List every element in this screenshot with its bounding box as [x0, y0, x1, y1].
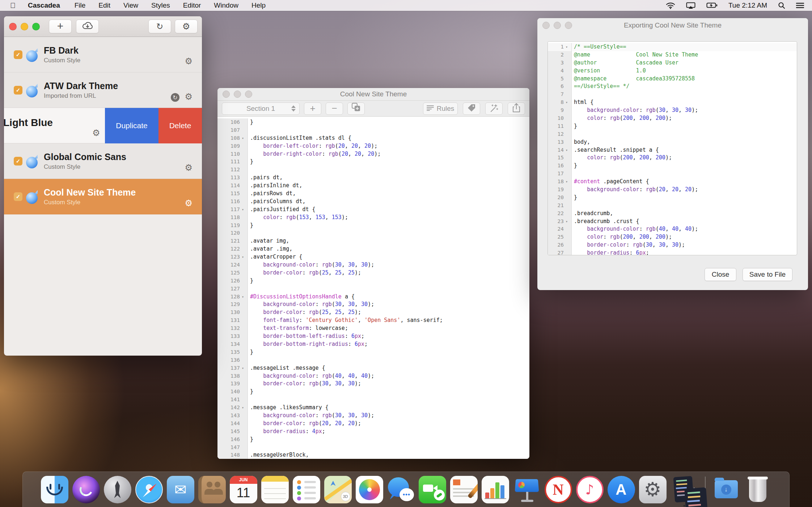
- code-line[interactable]: 13body,: [548, 138, 797, 146]
- code-line[interactable]: 12: [548, 130, 797, 138]
- menu-file[interactable]: File: [75, 1, 86, 9]
- code-line[interactable]: 109 border-left-color: rgb(20, 20, 20);: [217, 142, 529, 150]
- code-line[interactable]: 22.breadcrumb,: [548, 210, 797, 218]
- style-enabled-checkbox[interactable]: ✓: [14, 86, 22, 95]
- code-line[interactable]: 106}: [217, 118, 529, 126]
- menu-clock[interactable]: Tue 2:12 AM: [728, 1, 767, 9]
- code-line[interactable]: 131 font-family: 'Century Gothic', 'Open…: [217, 317, 529, 324]
- add-style-button[interactable]: +: [49, 20, 72, 33]
- refresh-styles-button[interactable]: ↻: [148, 20, 171, 33]
- numbers-icon[interactable]: [482, 476, 509, 503]
- style-row-global-comic-sans[interactable]: ✓ Global Comic Sans Custom Style ⚙: [4, 143, 202, 179]
- code-line[interactable]: 19 background-color: rgb(20, 20, 20);: [548, 186, 797, 194]
- keynote-icon[interactable]: [513, 476, 541, 503]
- maps-icon[interactable]: 3D: [324, 476, 352, 503]
- menu-editor[interactable]: Editor: [183, 1, 201, 9]
- code-line[interactable]: 113.pairs dt,: [217, 174, 529, 182]
- code-line[interactable]: 112: [217, 166, 529, 174]
- css-code-editor[interactable]: 106}107 108▾.discussionListItem .stats d…: [217, 117, 529, 459]
- facetime-icon[interactable]: [419, 476, 446, 503]
- mail-icon[interactable]: ✉: [167, 476, 194, 503]
- style-settings-gear-icon[interactable]: ⚙: [92, 128, 100, 138]
- code-line[interactable]: 138 background-color: rgb(40, 40, 40);: [217, 372, 529, 380]
- contacts-icon[interactable]: [198, 476, 226, 503]
- code-line[interactable]: 129 background-color: rgb(30, 30, 30);: [217, 301, 529, 309]
- menu-window[interactable]: Window: [214, 1, 238, 9]
- code-line[interactable]: 140}: [217, 388, 529, 396]
- code-line[interactable]: 119}: [217, 222, 529, 230]
- editor-titlebar[interactable]: Cool New Site Theme: [217, 88, 529, 101]
- code-line[interactable]: 11}: [548, 122, 797, 130]
- close-button[interactable]: Close: [705, 268, 736, 281]
- code-line[interactable]: 9 background-color: rgb(30, 30, 30);: [548, 106, 797, 114]
- code-line[interactable]: 18▾#content .pageContent {: [548, 178, 797, 186]
- netflix-icon[interactable]: N: [545, 476, 572, 503]
- code-line[interactable]: 108▾.discussionListItem .stats dl {: [217, 134, 529, 142]
- code-line[interactable]: 147: [217, 444, 529, 452]
- delete-style-button[interactable]: Delete: [158, 108, 202, 143]
- code-line[interactable]: 143 background-color: rgb(30, 30, 30);: [217, 412, 529, 420]
- magic-wand-button[interactable]: [485, 102, 503, 115]
- code-line[interactable]: 4@version 1.0: [548, 67, 797, 75]
- apple-menu-icon[interactable]: : [10, 1, 16, 10]
- code-line[interactable]: 6==/UserStyle== */: [548, 83, 797, 91]
- rules-button[interactable]: Rules: [423, 102, 458, 115]
- section-select[interactable]: Section 1: [222, 102, 300, 115]
- code-line[interactable]: 114.pairsInline dt,: [217, 182, 529, 190]
- siri-icon[interactable]: [72, 476, 100, 503]
- cascadea-icon[interactable]: [671, 476, 698, 503]
- notification-center-icon[interactable]: [796, 3, 804, 8]
- code-line[interactable]: 145 border-radius: 4px;: [217, 428, 529, 436]
- code-line[interactable]: 26 border-color: rgb(30, 30, 30);: [548, 241, 797, 249]
- code-line[interactable]: 16}: [548, 162, 797, 170]
- code-line[interactable]: 125 border-color: rgb(25, 25, 25);: [217, 269, 529, 277]
- code-line[interactable]: 121.avatar img,: [217, 237, 529, 245]
- code-line[interactable]: 126}: [217, 277, 529, 285]
- code-line[interactable]: 132 text-transform: lowercase;: [217, 324, 529, 332]
- style-row-cool-new-site-theme-selected[interactable]: ✓ Cool New Site Theme Custom Style ⚙: [4, 179, 202, 214]
- style-settings-gear-icon[interactable]: ⚙: [185, 163, 193, 173]
- code-line[interactable]: 115.pairsRows dt,: [217, 190, 529, 198]
- code-line[interactable]: 107: [217, 126, 529, 134]
- photos-icon[interactable]: [356, 476, 383, 503]
- code-line[interactable]: 2@name Cool New Site Theme: [548, 51, 797, 59]
- finder-icon[interactable]: [41, 476, 68, 503]
- notes-icon[interactable]: [261, 476, 289, 503]
- menu-help[interactable]: Help: [251, 1, 266, 9]
- menu-edit[interactable]: Edit: [98, 1, 110, 9]
- wifi-icon[interactable]: [666, 2, 675, 9]
- code-line[interactable]: 124 background-color: rgb(30, 30, 30);: [217, 261, 529, 269]
- code-line[interactable]: 141: [217, 396, 529, 404]
- code-line[interactable]: 148.messageUserBlock,: [217, 451, 529, 459]
- menu-view[interactable]: View: [123, 1, 138, 9]
- battery-charging-icon[interactable]: [706, 3, 718, 8]
- system-preferences-icon[interactable]: ⚙: [639, 476, 667, 503]
- trash-icon[interactable]: [744, 476, 771, 503]
- code-line[interactable]: 20}: [548, 194, 797, 202]
- code-line[interactable]: 15 color: rgb(200, 200, 200);: [548, 154, 797, 162]
- code-line[interactable]: 116.pairsColumns dt,: [217, 198, 529, 206]
- code-line[interactable]: 137▾.messageList .message {: [217, 364, 529, 372]
- duplicate-style-button[interactable]: Duplicate: [105, 108, 158, 143]
- code-line[interactable]: 117▾.pairsJustified dt {: [217, 206, 529, 214]
- style-row-light-blue[interactable]: Light Blue ⚙ Duplicate Delete: [4, 108, 202, 143]
- add-section-button[interactable]: +: [304, 102, 321, 115]
- itunes-icon[interactable]: ♪: [576, 476, 604, 503]
- code-line[interactable]: 111}: [217, 158, 529, 166]
- launchpad-icon[interactable]: [104, 476, 131, 503]
- code-line[interactable]: 134 border-bottom-right-radius: 6px;: [217, 340, 529, 348]
- code-line[interactable]: 10 color: rgb(200, 200, 200);: [548, 114, 797, 122]
- save-to-file-button[interactable]: Save to File: [743, 268, 792, 281]
- duplicate-section-button[interactable]: [347, 102, 365, 115]
- close-window-button[interactable]: [9, 23, 17, 30]
- reminders-icon[interactable]: [293, 476, 320, 503]
- calendar-icon[interactable]: JUN 11: [230, 476, 257, 503]
- style-settings-gear-icon[interactable]: ⚙: [185, 198, 193, 208]
- style-enabled-checkbox[interactable]: ✓: [14, 50, 22, 59]
- code-line[interactable]: 27 border-radius: 6px;: [548, 249, 797, 255]
- export-code-preview[interactable]: 1▾/* ==UserStyle==2@name Cool New Site T…: [547, 41, 797, 255]
- code-line[interactable]: 8▾html {: [548, 99, 797, 106]
- remove-section-button[interactable]: −: [326, 102, 343, 115]
- code-line[interactable]: 25 color: rgb(200, 200, 200);: [548, 233, 797, 241]
- minimize-window-button[interactable]: [21, 23, 28, 30]
